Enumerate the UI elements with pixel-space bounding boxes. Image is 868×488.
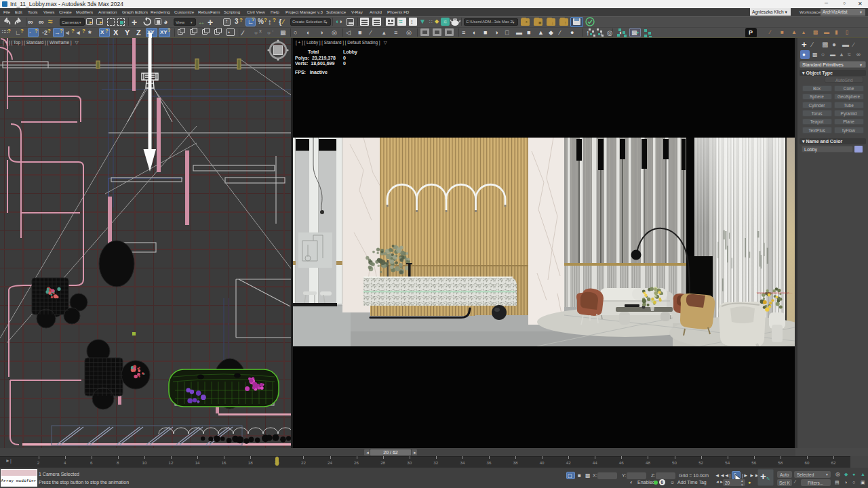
svg-text:www.modelsmix.c...: www.modelsmix.c...	[756, 291, 793, 295]
